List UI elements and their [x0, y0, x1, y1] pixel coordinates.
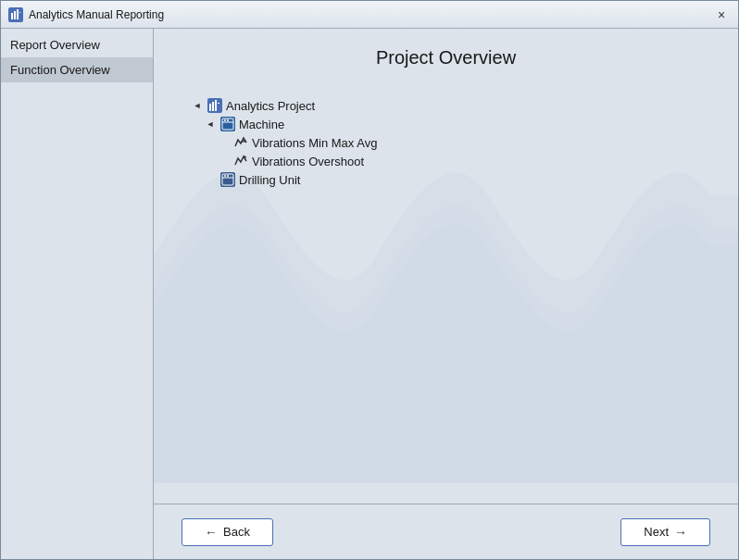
- page-title: Project Overview: [182, 47, 710, 68]
- tree-node-machine[interactable]: ◄ Machine: [204, 115, 710, 133]
- title-bar-left: Analytics Manual Reporting: [8, 7, 164, 22]
- svg-rect-3: [19, 12, 20, 13]
- analytics-project-label: Analytics Project: [226, 99, 315, 113]
- machine-label: Machine: [239, 118, 284, 131]
- svg-rect-5: [212, 102, 214, 111]
- vibrations-overshoot-icon: [233, 154, 248, 168]
- vibrations-min-max-avg-icon: [233, 135, 248, 150]
- next-button[interactable]: Next →: [620, 518, 710, 546]
- svg-rect-4: [209, 104, 211, 111]
- tree-node-vibrations-overshoot[interactable]: ◄ Vibrations Overshoot: [217, 152, 710, 170]
- machine-children: ◄ Vibrations Min Max Avg: [217, 133, 710, 170]
- next-label: Next: [644, 525, 669, 539]
- back-arrow-icon: ←: [205, 525, 218, 540]
- svg-rect-2: [17, 9, 19, 19]
- svg-point-10: [224, 119, 226, 121]
- back-label: Back: [223, 525, 250, 539]
- vibrations-min-max-avg-label: Vibrations Min Max Avg: [252, 136, 377, 150]
- tree-node-analytics-project[interactable]: ◄ Analytics Project: [191, 96, 710, 115]
- main-content: Report Overview Function Overview Projec…: [1, 29, 738, 559]
- drilling-unit-icon: [220, 172, 235, 187]
- sidebar-item-report-overview[interactable]: Report Overview: [1, 32, 153, 57]
- svg-rect-1: [14, 11, 16, 19]
- app-icon: [8, 7, 23, 22]
- analytics-project-children: ◄ Machine: [204, 115, 710, 189]
- svg-rect-7: [218, 103, 219, 104]
- expand-analytics-icon: ◄: [191, 99, 204, 112]
- content-inner: Project Overview ◄: [154, 29, 738, 504]
- svg-rect-0: [11, 13, 13, 19]
- title-bar: Analytics Manual Reporting ×: [1, 1, 738, 29]
- bottom-bar: ← Back Next →: [154, 504, 738, 559]
- analytics-project-icon: [207, 98, 222, 113]
- sidebar: Report Overview Function Overview: [1, 29, 154, 559]
- svg-point-15: [227, 175, 229, 177]
- svg-rect-6: [215, 100, 217, 111]
- main-window: Analytics Manual Reporting × Report Over…: [0, 0, 739, 560]
- machine-icon: [220, 117, 235, 131]
- svg-point-11: [227, 119, 229, 121]
- drilling-unit-label: Drilling Unit: [239, 173, 300, 187]
- next-arrow-icon: →: [674, 525, 687, 540]
- close-button[interactable]: ×: [712, 6, 731, 24]
- vibrations-overshoot-label: Vibrations Overshoot: [252, 155, 364, 168]
- tree-node-drilling-unit[interactable]: ◄ Drilling Unit: [204, 170, 710, 189]
- tree-node-vibrations-min-max-avg[interactable]: ◄ Vibrations Min Max Avg: [217, 133, 710, 152]
- svg-point-14: [224, 175, 226, 177]
- window-title: Analytics Manual Reporting: [29, 8, 164, 21]
- tree-container: ◄ Analytics Project: [182, 96, 710, 189]
- sidebar-item-function-overview[interactable]: Function Overview: [1, 57, 153, 82]
- back-button[interactable]: ← Back: [182, 518, 273, 546]
- expand-machine-icon: ◄: [204, 118, 217, 131]
- content-area: Project Overview ◄: [154, 29, 738, 559]
